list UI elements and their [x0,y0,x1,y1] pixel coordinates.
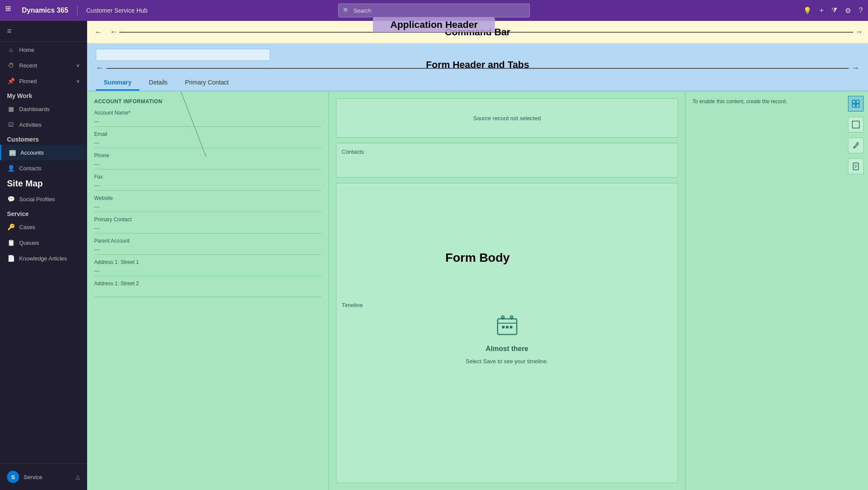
field-value[interactable]: --- [94,138,322,148]
queues-icon: 📋 [7,239,15,246]
field-value[interactable] [94,287,322,297]
form-title-input[interactable] [96,49,270,61]
filter-icon[interactable]: ⧩ [831,7,837,14]
sidebar-item-label: Pinned [19,78,37,84]
field-phone: Phone --- [94,152,322,169]
contacts-icon: 👤 [7,165,15,172]
command-bar: ← ← → Command Bar [87,21,868,44]
tab-primary-contact[interactable]: Primary Contact [177,75,237,91]
pin-icon: 📌 [7,78,15,84]
dashboards-icon: ▦ [7,105,15,112]
app-module: Customer Service Hub [86,7,148,14]
waffle-icon[interactable]: ⊞ [5,4,17,17]
back-button[interactable]: ← [92,26,105,38]
sidebar-item-cases[interactable]: 🔑 Cases [0,219,87,235]
field-value[interactable]: --- [94,223,322,233]
settings-icon[interactable]: ⚙ [845,7,851,15]
svg-rect-23 [852,121,859,128]
help-icon[interactable]: ? [859,7,863,14]
field-address1-street1: Address 1: Street 1 --- [94,259,322,276]
cases-icon: 🔑 [7,223,15,230]
sidebar-item-label: Social Profiles [19,196,55,203]
app-header-left: ⊞ Dynamics 365 Customer Service Hub [5,4,148,17]
field-value[interactable]: --- [94,159,322,169]
svg-rect-19 [852,100,855,103]
sidebar-footer-item[interactable]: S Service △ [0,467,87,487]
header-divider [77,5,78,16]
sidebar-item-knowledge-articles[interactable]: 📄 Knowledge Articles [0,250,87,266]
field-label: Address 1: Street 2 [94,280,322,287]
sidebar: ≡ ⌂ Home ⏱ Recent ∨ 📌 Pinned ∨ My Work ▦… [0,21,87,490]
sidebar-item-label: Home [19,47,34,53]
sidebar-item-home[interactable]: ⌂ Home [0,42,87,57]
command-bar-arrow: ← → [110,27,863,37]
timeline-icon [494,314,520,340]
almost-there-title: Almost there [486,345,529,353]
tab-details[interactable]: Details [141,75,176,91]
app-header: ⊞ Dynamics 365 Customer Service Hub 🔍 Se… [0,0,868,21]
customers-section: Customers [0,132,87,145]
sidebar-item-label: Recent [19,62,37,69]
header-actions: 💡 + ⧩ ⚙ ? [803,7,863,15]
sidebar-item-label: Dashboards [19,106,50,112]
add-icon[interactable]: + [820,7,824,14]
field-parent-account: Parent Account --- [94,238,322,255]
sidebar-item-queues[interactable]: 📋 Queues [0,235,87,250]
chevron-down-icon: ∨ [76,78,80,84]
sidebar-item-label: Cases [19,224,35,230]
sidebar-item-social-profiles[interactable]: 💬 Social Profiles [0,191,87,207]
svg-rect-13 [506,326,509,328]
sidebar-item-pinned[interactable]: 📌 Pinned ∨ [0,73,87,89]
document-button[interactable] [848,159,864,174]
search-placeholder: Search [353,7,371,14]
search-container: 🔍 Search Application Header [338,3,530,17]
tab-summary[interactable]: Summary [96,75,139,91]
field-label: Email [94,131,322,137]
field-label: Phone [94,152,322,159]
wrench-button[interactable] [848,138,864,153]
timeline-box: Timeline Almost there Select S [336,183,678,483]
right-panel-content: To enable this content, create the recor… [692,98,861,105]
field-label: Website [94,195,322,201]
sidebar-item-activities[interactable]: ☑ Activities [0,117,87,132]
contacts-label: Contacts [342,149,672,155]
svg-rect-22 [856,104,859,107]
field-primary-contact: Primary Contact --- [94,216,322,233]
field-value[interactable]: --- [94,202,322,212]
svg-rect-12 [502,326,505,328]
list-view-button[interactable] [848,117,864,132]
account-info-section-title: ACCOUNT INFORMATION [94,98,322,105]
field-value[interactable]: --- [94,181,322,191]
hamburger-icon[interactable]: ≡ [7,27,12,36]
lightbulb-icon[interactable]: 💡 [803,7,812,15]
grid-view-button[interactable] [848,96,864,112]
svg-rect-14 [510,326,512,328]
header-arrow-left-icon: ← [96,64,104,73]
contacts-box: Contacts [336,143,678,178]
sidebar-item-label: Activities [19,122,41,128]
field-value[interactable]: --- [94,117,322,127]
sidebar-item-contacts[interactable]: 👤 Contacts [0,160,87,176]
form-middle-panel: Source record not selected Contacts Time… [329,91,685,490]
sidebar-top-bar: ≡ [0,21,87,42]
sidebar-item-recent[interactable]: ⏱ Recent ∨ [0,57,87,73]
sidebar-item-accounts[interactable]: 🏢 Accounts [0,145,87,160]
field-address1-street2: Address 1: Street 2 [94,280,322,297]
form-header: ← → Form Header and Tabs Summary Details… [87,44,868,91]
field-email: Email --- [94,131,322,148]
chevron-down-icon: ∨ [76,63,80,68]
field-value[interactable]: --- [94,266,322,276]
field-value[interactable]: --- [94,245,322,255]
app-name: Dynamics 365 [22,7,68,14]
footer-chevron-icon: △ [76,474,80,480]
field-label: Parent Account [94,238,322,244]
timeline-label: Timeline [342,302,363,308]
field-label: Account Name* [94,110,322,116]
header-arrow-line [106,68,849,69]
almost-there-desc: Select Save to see your timeline. [466,358,548,365]
search-box[interactable]: 🔍 Search [338,3,530,17]
form-header-arrow-row: ← → [96,64,859,73]
my-work-section: My Work [0,89,87,101]
sidebar-item-dashboards[interactable]: ▦ Dashboards [0,101,87,117]
service-section: Service [0,207,87,219]
